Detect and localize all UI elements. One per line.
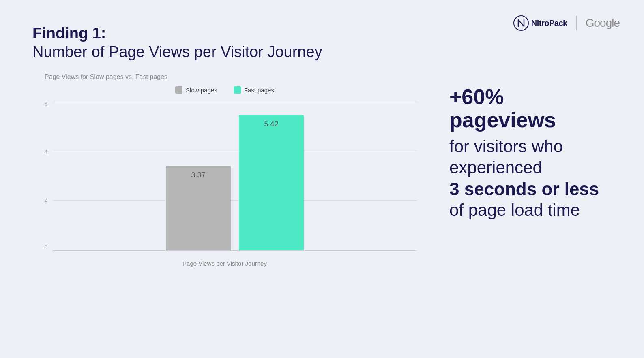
finding-subtitle: Number of Page Views per Visitor Journey: [32, 43, 612, 62]
y-axis-labels: 6 4 2 0: [32, 101, 51, 251]
nitropack-icon: [513, 15, 529, 31]
bar-fast-wrapper: 5.42: [239, 115, 304, 250]
stat-line4: 3 seconds or less: [449, 179, 612, 200]
fast-swatch: [234, 86, 241, 94]
slow-swatch: [175, 86, 182, 94]
main-page: NitroPack Google Finding 1: Number of Pa…: [0, 0, 644, 358]
y-label-2: 2: [44, 196, 51, 203]
logos-area: NitroPack Google: [513, 15, 620, 31]
legend-fast-label: Fast pages: [244, 87, 274, 94]
bar-chart: 6 4 2 0 3.37: [32, 101, 417, 271]
chart-plot: 3.37 5.42: [53, 101, 417, 251]
stat-line3: experienced: [449, 157, 612, 179]
legend: Slow pages Fast pages: [32, 86, 417, 94]
legend-fast: Fast pages: [234, 86, 274, 94]
stat-line5: of page load time: [449, 200, 612, 221]
bar-slow-value: 3.37: [191, 171, 205, 179]
stats-panel: +60% pageviews for visitors who experien…: [433, 73, 612, 221]
legend-slow-label: Slow pages: [186, 87, 217, 94]
bar-slow: 3.37: [166, 166, 231, 250]
y-label-6: 6: [44, 101, 51, 107]
nitropack-label: NitroPack: [531, 19, 567, 28]
bar-fast: 5.42: [239, 115, 304, 250]
logo-divider: [576, 16, 577, 30]
nitropack-logo: NitroPack: [513, 15, 567, 31]
chart-title: Page Views for Slow pages vs. Fast pages: [45, 73, 417, 81]
chart-area: Page Views for Slow pages vs. Fast pages…: [32, 73, 417, 271]
stat-highlight: +60% pageviews: [449, 85, 612, 132]
y-label-4: 4: [44, 149, 51, 155]
x-axis-label: Page Views per Visitor Journey: [182, 260, 267, 267]
bar-fast-value: 5.42: [264, 120, 278, 128]
main-content: Page Views for Slow pages vs. Fast pages…: [32, 73, 612, 271]
stat-line2: for visitors who: [449, 136, 612, 158]
legend-slow: Slow pages: [175, 86, 217, 94]
bars-row: 3.37 5.42: [53, 101, 417, 250]
google-label: Google: [586, 17, 620, 30]
y-label-0: 0: [44, 244, 51, 251]
bar-slow-wrapper: 3.37: [166, 166, 231, 250]
